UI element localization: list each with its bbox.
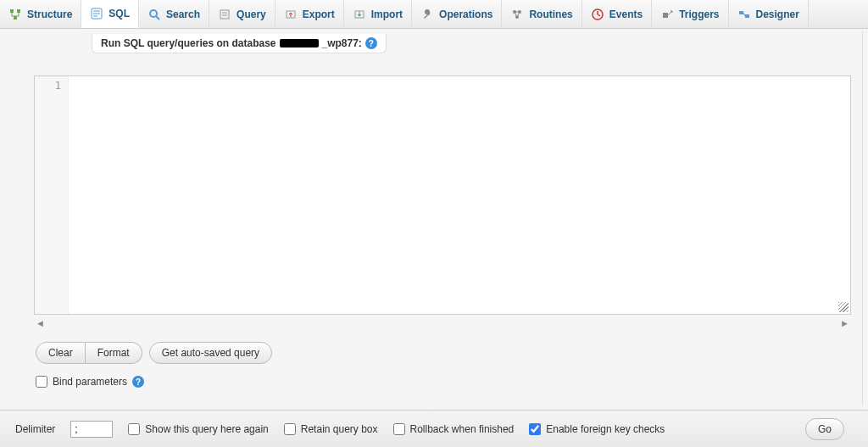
editor-buttons: Clear Format Get auto-saved query — [36, 342, 851, 364]
show-again-label: Show this query here again — [145, 423, 268, 435]
wrench-icon — [420, 8, 434, 21]
show-again-checkbox[interactable] — [128, 423, 140, 435]
get-autosaved-button[interactable]: Get auto-saved query — [149, 342, 272, 364]
delimiter-label: Delimiter — [15, 423, 55, 435]
delimiter-input[interactable] — [70, 421, 113, 438]
prompt-suffix: _wp877: — [322, 37, 362, 49]
tab-label: Triggers — [679, 8, 719, 20]
scroll-right-icon[interactable]: ► — [840, 318, 849, 330]
svg-rect-0 — [10, 9, 14, 13]
editor-code-area[interactable] — [69, 76, 850, 314]
bind-parameters-label: Bind parameters — [53, 376, 127, 388]
svg-rect-1 — [17, 9, 20, 13]
tab-label: Events — [609, 8, 643, 20]
tab-routines[interactable]: Routines — [502, 0, 581, 28]
clear-button[interactable]: Clear — [36, 342, 86, 364]
rollback-label: Rollback when finished — [410, 423, 515, 435]
go-button[interactable]: Go — [805, 418, 844, 440]
tab-label: Query — [236, 8, 266, 20]
tab-label: SQL — [108, 8, 130, 20]
svg-rect-14 — [739, 11, 743, 14]
svg-line-5 — [156, 16, 159, 20]
sql-tab-content: Run SQL query/queries on database _wp877… — [0, 29, 868, 388]
tab-triggers[interactable]: Triggers — [652, 0, 728, 28]
bind-parameters-checkbox[interactable] — [36, 376, 47, 388]
retain-option[interactable]: Retain query box — [284, 423, 378, 435]
run-query-prompt: Run SQL query/queries on database _wp877… — [92, 34, 387, 53]
scroll-left-icon[interactable]: ◄ — [36, 318, 45, 330]
editor-gutter: 1 — [35, 76, 69, 314]
tab-label: Routines — [529, 8, 572, 20]
svg-rect-6 — [220, 10, 229, 19]
database-name-redacted — [280, 39, 319, 47]
clock-icon — [591, 8, 604, 21]
sql-editor[interactable]: 1 — [34, 75, 851, 315]
svg-point-4 — [150, 10, 157, 17]
tab-label: Search — [166, 8, 200, 20]
svg-rect-13 — [663, 13, 668, 18]
sql-icon — [90, 7, 103, 20]
prompt-prefix: Run SQL query/queries on database — [101, 37, 276, 49]
tab-search[interactable]: Search — [139, 0, 209, 28]
fk-option[interactable]: Enable foreign key checks — [529, 423, 665, 435]
tab-query[interactable]: Query — [209, 0, 275, 28]
tab-label: Operations — [439, 8, 492, 20]
search-icon — [147, 8, 161, 21]
bottom-bar: Delimiter Show this query here again Ret… — [0, 410, 868, 447]
help-icon[interactable]: ? — [365, 37, 377, 49]
tab-sql[interactable]: SQL — [81, 0, 139, 28]
tab-label: Designer — [756, 8, 799, 20]
tab-export[interactable]: Export — [275, 0, 344, 28]
help-icon[interactable]: ? — [132, 376, 144, 388]
retain-checkbox[interactable] — [284, 423, 296, 435]
import-icon — [353, 8, 366, 21]
rollback-option[interactable]: Rollback when finished — [393, 423, 515, 435]
resize-handle[interactable] — [838, 302, 849, 312]
svg-rect-2 — [14, 16, 17, 20]
show-again-option[interactable]: Show this query here again — [128, 423, 268, 435]
rollback-checkbox[interactable] — [393, 423, 405, 435]
tab-label: Import — [371, 8, 403, 20]
export-icon — [284, 8, 298, 21]
tab-label: Structure — [27, 8, 72, 20]
routines-icon — [510, 8, 524, 21]
tab-structure[interactable]: Structure — [0, 0, 81, 28]
top-tab-bar: Structure SQL Search Query Export Import — [0, 0, 868, 29]
tab-operations[interactable]: Operations — [412, 0, 502, 28]
bind-parameters-row: Bind parameters ? — [36, 376, 851, 388]
tab-label: Export — [303, 8, 335, 20]
tab-designer[interactable]: Designer — [729, 0, 809, 28]
tab-import[interactable]: Import — [344, 0, 412, 28]
tab-events[interactable]: Events — [582, 0, 652, 28]
query-icon — [218, 8, 231, 21]
designer-icon — [737, 8, 751, 21]
format-button[interactable]: Format — [86, 342, 142, 364]
svg-rect-15 — [745, 14, 749, 18]
fk-checkbox[interactable] — [529, 423, 541, 435]
fk-label: Enable foreign key checks — [546, 423, 665, 435]
structure-icon — [8, 8, 22, 21]
retain-label: Retain query box — [301, 423, 378, 435]
triggers-icon — [660, 8, 674, 21]
line-number: 1 — [35, 80, 61, 92]
